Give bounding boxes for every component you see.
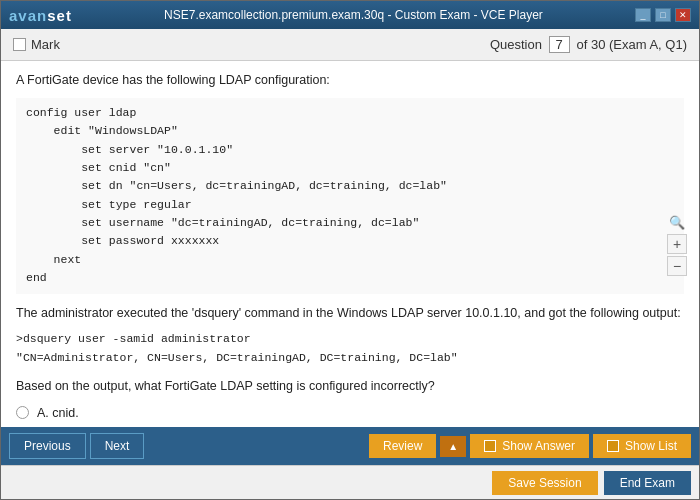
show-list-button[interactable]: Show List — [593, 434, 691, 458]
mark-bar: Mark Question 7 of 30 (Exam A, Q1) — [1, 29, 699, 61]
mark-label[interactable]: Mark — [13, 37, 60, 52]
window-controls: _ □ ✕ — [635, 8, 691, 22]
choice-a[interactable]: A. cnid. — [16, 406, 684, 420]
review-button[interactable]: Review — [369, 434, 436, 458]
radio-a[interactable] — [16, 406, 29, 419]
zoom-out-button[interactable]: − — [667, 256, 687, 276]
title-bar: avanset NSE7.examcollection.premium.exam… — [1, 1, 699, 29]
next-button[interactable]: Next — [90, 433, 145, 459]
question-text2: Based on the output, what FortiGate LDAP… — [16, 377, 684, 396]
previous-button[interactable]: Previous — [9, 433, 86, 459]
question-info: Question 7 of 30 (Exam A, Q1) — [490, 36, 687, 53]
zoom-controls: 🔍 + − — [667, 212, 687, 276]
zoom-in-button[interactable]: + — [667, 234, 687, 254]
bottom-actions: Save Session End Exam — [1, 465, 699, 499]
main-window: avanset NSE7.examcollection.premium.exam… — [0, 0, 700, 500]
show-list-checkbox — [607, 440, 619, 452]
maximize-button[interactable]: □ — [655, 8, 671, 22]
admin-text: The administrator executed the 'dsquery'… — [16, 304, 684, 323]
content-area: A FortiGate device has the following LDA… — [1, 61, 699, 427]
show-list-label: Show List — [625, 439, 677, 453]
end-exam-button[interactable]: End Exam — [604, 471, 691, 495]
search-icon[interactable]: 🔍 — [667, 212, 687, 232]
mark-checkbox[interactable] — [13, 38, 26, 51]
question-label: Question — [490, 37, 542, 52]
title-bar-left: avanset — [9, 7, 72, 24]
question-intro: A FortiGate device has the following LDA… — [16, 71, 684, 90]
review-arrow[interactable]: ▲ — [440, 436, 466, 457]
mark-text: Mark — [31, 37, 60, 52]
show-answer-label: Show Answer — [502, 439, 575, 453]
save-session-button[interactable]: Save Session — [492, 471, 597, 495]
output-block: >dsquery user -samid administrator "CN=A… — [16, 330, 684, 367]
show-answer-checkbox — [484, 440, 496, 452]
question-total: of 30 (Exam A, Q1) — [576, 37, 687, 52]
code-block: config user ldap edit "WindowsLDAP" set … — [16, 98, 684, 294]
app-logo: avanset — [9, 7, 72, 24]
minimize-button[interactable]: _ — [635, 8, 651, 22]
question-number: 7 — [549, 36, 570, 53]
close-button[interactable]: ✕ — [675, 8, 691, 22]
bottom-nav: Previous Next Review ▲ Show Answer Show … — [1, 427, 699, 465]
window-title: NSE7.examcollection.premium.exam.30q - C… — [72, 8, 635, 22]
choice-a-label: A. cnid. — [37, 406, 79, 420]
show-answer-button[interactable]: Show Answer — [470, 434, 589, 458]
choices-list: A. cnid. B. username. C. password. D. dn… — [16, 406, 684, 427]
